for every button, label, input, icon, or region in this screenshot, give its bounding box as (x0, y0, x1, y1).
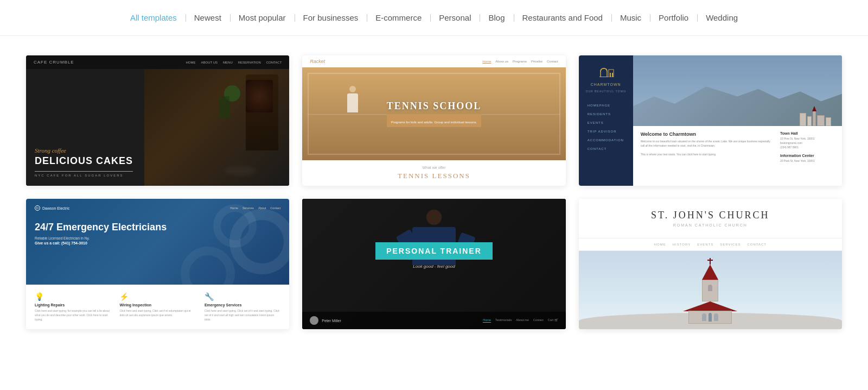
charmtown-nav-residents: RESIDENTS (583, 112, 629, 116)
cafe-content: Strong coffee DELICIOUS CAKES NYC CAFE F… (35, 147, 133, 177)
tennis-logo: Racket (310, 59, 325, 64)
charmtown-logo-icon (597, 64, 615, 80)
electric-logo: D Dawson Electric (35, 205, 69, 211)
electric-nav-links: Home Services About Contact (230, 206, 280, 210)
template-card-church[interactable]: ST. JOHN'S CHURCH ROMAN CATHOLIC CHURCH … (579, 199, 842, 329)
trainer-footer: Peter Miller Home Testimonials About me … (302, 312, 565, 329)
charmtown-nav: HOMEPAGE RESIDENTS EVENTS TRIP ADVISOR A… (583, 104, 629, 150)
trainer-nav-testimonials: Testimonials (495, 318, 512, 323)
nav-item-for-businesses[interactable]: For businesses (295, 10, 367, 26)
electric-main-title: 24/7 Emergency Electricians (35, 222, 280, 233)
church-nav-events: EVENTS (697, 243, 713, 246)
church-nav-home: HOME (654, 243, 666, 246)
tennis-nav-pricelist: Pricelist (531, 60, 542, 63)
tennis-main-title: TENNIS SCHOOL (387, 100, 482, 112)
tennis-subtitle: Programs for kids and adults. Group and … (391, 121, 477, 124)
cafe-logo: CAFE CRUMBLE (34, 60, 74, 65)
cafe-main-title: DELICIOUS CAKES (35, 156, 133, 167)
charmtown-town-hall: Town Hall 10 Pine St, New York, 10001boo… (780, 131, 834, 149)
electric-nav-home: Home (230, 206, 238, 210)
tennis-hero: TENNIS SCHOOL Programs for kids and adul… (302, 67, 565, 160)
tennis-subtitle-box: Programs for kids and adults. Group and … (387, 114, 482, 127)
charmtown-logo-text: CHARMTOWN (591, 82, 621, 87)
electric-service-emergency-title: Emergency Services (205, 303, 242, 307)
nav-item-wedding[interactable]: Wedding (697, 10, 746, 26)
church-nav: HOME HISTORY EVENTS SERVICES CONTACT (579, 238, 842, 251)
church-main-title: ST. JOHN'S CHURCH (590, 210, 831, 221)
cafe-nav-menu: MENU (223, 61, 233, 64)
charmtown-content: Welcome to Charmtown Welcome to our beau… (633, 126, 842, 186)
charmtown-image (633, 55, 842, 126)
wiring-icon: ⚡ (119, 292, 129, 301)
charmtown-left: Welcome to Charmtown Welcome to our beau… (641, 131, 773, 180)
charmtown-nav-accom: ACCOMMODATION (583, 139, 629, 142)
electric-service-emergency-desc: Click here and start typing. Click set o… (205, 309, 280, 322)
template-card-charmtown[interactable]: CHARMTOWN OUR BEAUTIFUL TOWN HOMEPAGE RE… (579, 55, 842, 186)
church-tower-window (708, 285, 712, 291)
charmtown-sidebar: CHARMTOWN OUR BEAUTIFUL TOWN HOMEPAGE RE… (579, 55, 633, 186)
cafe-nav-reservation: RESERVATION (238, 61, 261, 64)
electric-logo-text: Dawson Electric (42, 206, 69, 210)
cafe-body: Strong coffee DELICIOUS CAKES NYC CAFE F… (26, 69, 289, 186)
church-cross-horizontal (707, 260, 713, 261)
church-window1 (702, 313, 706, 321)
church-body (688, 311, 732, 324)
church-nav-contact: CONTACT (747, 243, 767, 246)
tennis-header: Racket Home About us Programs Pricelist … (302, 55, 565, 67)
template-card-trainer[interactable]: PERSONAL TRAINER Look good - feel good P… (302, 199, 565, 329)
template-card-tennis[interactable]: Racket Home About us Programs Pricelist … (302, 55, 565, 186)
nav-item-blog[interactable]: Blog (480, 10, 513, 26)
tennis-lessons-title: TENNIS LESSONS (310, 172, 558, 180)
tennis-nav-programs: Programs (513, 60, 527, 63)
charmtown-info-center-text: 20 Park St, New York, 10001 (780, 159, 834, 163)
tennis-what-we-offer: What we offer (310, 166, 558, 169)
church-header: ST. JOHN'S CHURCH ROMAN CATHOLIC CHURCH (579, 199, 842, 238)
nav-item-most-popular[interactable]: Most popular (230, 10, 295, 26)
svg-rect-3 (612, 73, 613, 77)
tennis-nav-about: About us (495, 60, 508, 63)
cafe-nav-links: HOME ABOUT US MENU RESERVATION CONTACT (186, 61, 282, 64)
church-image (579, 251, 842, 329)
trainer-person-info: Peter Miller (310, 316, 341, 325)
electric-hero: D Dawson Electric Home Services About Co… (26, 199, 289, 285)
cafe-nav-contact: CONTACT (266, 61, 282, 64)
electric-nav-contact: Contact (270, 206, 280, 210)
template-card-electricians[interactable]: D Dawson Electric Home Services About Co… (26, 199, 289, 329)
template-card-cafe[interactable]: CAFE CRUMBLE HOME ABOUT US MENU RESERVAT… (26, 55, 289, 186)
nav-item-all-templates[interactable]: All templates (122, 10, 186, 26)
charmtown-nav-contact: CONTACT (583, 147, 629, 150)
charmtown-nav-homepage: HOMEPAGE (583, 104, 629, 107)
cafe-shadow (224, 167, 257, 175)
nav-item-music[interactable]: Music (611, 10, 650, 26)
electric-nav: D Dawson Electric Home Services About Co… (35, 205, 280, 211)
player-silhouette (342, 86, 363, 129)
tennis-bottom: What we offer TENNIS LESSONS (302, 160, 565, 186)
electric-nav-about: About (258, 206, 266, 210)
trainer-name: Peter Miller (322, 319, 341, 323)
electric-service-wiring: ⚡ Wiring Inspection Click here and start… (119, 292, 195, 322)
charmtown-right: Town Hall 10 Pine St, New York, 10001boo… (780, 131, 834, 180)
nav-item-ecommerce[interactable]: E-commerce (367, 10, 430, 26)
charmtown-info-center-title: Information Center (780, 154, 834, 158)
church-steeple (702, 265, 718, 280)
svg-rect-0 (599, 77, 608, 77)
tennis-nav: Home About us Programs Pricelist Contact (482, 60, 558, 63)
church-subtitle: ROMAN CATHOLIC CHURCH (590, 223, 831, 227)
charmtown-main: Welcome to Charmtown Welcome to our beau… (633, 55, 842, 186)
electric-logo-icon: D (35, 205, 40, 211)
trainer-nav-about: About me (516, 318, 529, 323)
nav-item-restaurants[interactable]: Restaurants and Food (514, 10, 611, 26)
trainer-nav-links: Home Testimonials About me Contact Cart … (483, 318, 558, 323)
trainer-content: PERSONAL TRAINER Look good - feel good (302, 199, 565, 312)
nav-item-personal[interactable]: Personal (430, 10, 480, 26)
nav-item-portfolio[interactable]: Portfolio (650, 10, 697, 26)
cafe-subtitle: NYC CAFE FOR ALL SUGAR LOVERS (35, 171, 133, 177)
nav-item-newest[interactable]: Newest (186, 10, 230, 26)
tennis-nav-home: Home (482, 60, 491, 63)
cafe-nav-about: ABOUT US (201, 61, 218, 64)
church-main-roof (683, 301, 737, 311)
trainer-badge: PERSONAL TRAINER (375, 242, 493, 260)
trainer-nav-contact: Contact (533, 318, 544, 323)
electric-nav-services: Services (242, 206, 254, 210)
church-nav-history: HISTORY (673, 243, 691, 246)
